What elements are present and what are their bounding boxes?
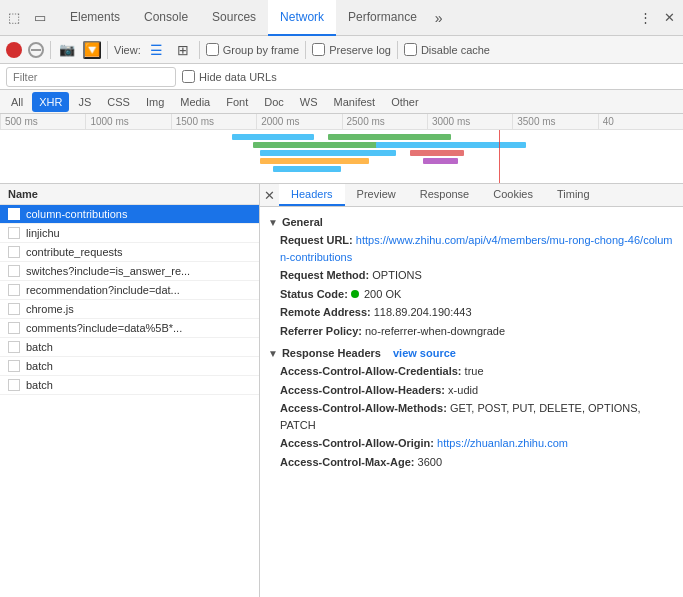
- type-js[interactable]: JS: [71, 92, 98, 112]
- main-content: Name column-contributions linjichu contr…: [0, 184, 683, 597]
- name-header: Name: [0, 184, 259, 205]
- type-manifest[interactable]: Manifest: [327, 92, 383, 112]
- ruler-tick-6: 3500 ms: [512, 114, 597, 129]
- device-icon[interactable]: ▭: [30, 8, 50, 28]
- remote-address-row: Remote Address: 118.89.204.190:443: [268, 303, 675, 322]
- view-label: View:: [114, 44, 141, 56]
- group-by-frame-label[interactable]: Group by frame: [206, 43, 299, 56]
- type-ws[interactable]: WS: [293, 92, 325, 112]
- separator-4: [305, 41, 306, 59]
- file-item-contribute-requests[interactable]: contribute_requests: [0, 243, 259, 262]
- timeline-area: 500 ms 1000 ms 1500 ms 2000 ms 2500 ms 3…: [0, 114, 683, 184]
- toolbar-icons: ⬚ ▭: [4, 8, 50, 28]
- type-img[interactable]: Img: [139, 92, 171, 112]
- left-panel: Name column-contributions linjichu contr…: [0, 184, 260, 597]
- right-tab-timing[interactable]: Timing: [545, 184, 602, 206]
- ruler-tick-4: 2500 ms: [342, 114, 427, 129]
- preserve-log-checkbox[interactable]: [312, 43, 325, 56]
- filter-bar: Hide data URLs: [0, 64, 683, 90]
- close-devtools-icon[interactable]: ✕: [659, 8, 679, 28]
- file-item-batch-2[interactable]: batch: [0, 357, 259, 376]
- general-section-header[interactable]: ▼ General: [268, 213, 675, 231]
- file-checkbox-1: [8, 227, 20, 239]
- ruler-tick-1: 1000 ms: [85, 114, 170, 129]
- type-media[interactable]: Media: [173, 92, 217, 112]
- status-dot: [351, 290, 359, 298]
- file-checkbox-7: [8, 341, 20, 353]
- bar-row-1: [232, 134, 314, 140]
- file-item-batch-1[interactable]: batch: [0, 338, 259, 357]
- more-tabs-icon[interactable]: »: [429, 10, 449, 26]
- file-item-switches[interactable]: switches?include=is_answer_re...: [0, 262, 259, 281]
- right-panel: ✕ Headers Preview Response Cookies Timin…: [260, 184, 683, 597]
- file-item-column-contributions[interactable]: column-contributions: [0, 205, 259, 224]
- timeline-marker: [499, 130, 500, 184]
- response-header-row-3: Access-Control-Allow-Origin: https://zhu…: [268, 434, 675, 453]
- ruler-tick-2: 1500 ms: [171, 114, 256, 129]
- ruler-tick-0: 500 ms: [0, 114, 85, 129]
- tab-performance[interactable]: Performance: [336, 0, 429, 36]
- bar-row-7: [376, 142, 526, 148]
- bar-row-3: [260, 150, 397, 156]
- file-checkbox-0: [8, 208, 20, 220]
- type-doc[interactable]: Doc: [257, 92, 291, 112]
- file-item-comments[interactable]: comments?include=data%5B*...: [0, 319, 259, 338]
- timeline-bars: [0, 130, 683, 184]
- bar-row-4: [260, 158, 369, 164]
- type-xhr[interactable]: XHR: [32, 92, 69, 112]
- file-checkbox-8: [8, 360, 20, 372]
- bar-row-9: [423, 158, 457, 164]
- request-url-row: Request URL: https://www.zhihu.com/api/v…: [268, 231, 675, 266]
- view-list-icon[interactable]: ☰: [147, 40, 167, 60]
- response-headers-section-header[interactable]: ▼ Response Headers view source: [268, 344, 675, 362]
- bar-row-6: [328, 134, 451, 140]
- close-panel-icon[interactable]: ✕: [260, 184, 279, 206]
- right-tab-response[interactable]: Response: [408, 184, 482, 206]
- network-toolbar: 📷 🔽 View: ☰ ⊞ Group by frame Preserve lo…: [0, 36, 683, 64]
- ruler-tick-5: 3000 ms: [427, 114, 512, 129]
- tab-bar: ⬚ ▭ Elements Console Sources Network Per…: [0, 0, 683, 36]
- type-filter-bar: All XHR JS CSS Img Media Font Doc WS Man…: [0, 90, 683, 114]
- tab-bar-right: ⋮ ✕: [635, 8, 679, 28]
- tab-network[interactable]: Network: [268, 0, 336, 36]
- file-item-linjichu[interactable]: linjichu: [0, 224, 259, 243]
- separator-1: [50, 41, 51, 59]
- separator-3: [199, 41, 200, 59]
- view-grid-icon[interactable]: ⊞: [173, 40, 193, 60]
- file-checkbox-6: [8, 322, 20, 334]
- view-source-link[interactable]: view source: [393, 347, 456, 359]
- preserve-log-label[interactable]: Preserve log: [312, 43, 391, 56]
- right-tab-cookies[interactable]: Cookies: [481, 184, 545, 206]
- right-tab-headers[interactable]: Headers: [279, 184, 345, 206]
- tab-elements[interactable]: Elements: [58, 0, 132, 36]
- response-header-row-0: Access-Control-Allow-Credentials: true: [268, 362, 675, 381]
- file-item-chrome-js[interactable]: chrome.js: [0, 300, 259, 319]
- file-checkbox-2: [8, 246, 20, 258]
- ruler-tick-3: 2000 ms: [256, 114, 341, 129]
- disable-cache-checkbox[interactable]: [404, 43, 417, 56]
- type-font[interactable]: Font: [219, 92, 255, 112]
- hide-data-urls-label[interactable]: Hide data URLs: [182, 70, 277, 83]
- right-tab-preview[interactable]: Preview: [345, 184, 408, 206]
- group-by-frame-checkbox[interactable]: [206, 43, 219, 56]
- filter-icon[interactable]: 🔽: [83, 41, 101, 59]
- file-item-recommendation[interactable]: recommendation?include=dat...: [0, 281, 259, 300]
- type-all[interactable]: All: [4, 92, 30, 112]
- tab-sources[interactable]: Sources: [200, 0, 268, 36]
- type-other[interactable]: Other: [384, 92, 426, 112]
- clear-button[interactable]: [28, 42, 44, 58]
- camera-icon[interactable]: 📷: [57, 40, 77, 60]
- file-item-batch-3[interactable]: batch: [0, 376, 259, 395]
- separator-5: [397, 41, 398, 59]
- record-button[interactable]: [6, 42, 22, 58]
- response-header-row-4: Access-Control-Max-Age: 3600: [268, 453, 675, 472]
- bar-row-5: [273, 166, 341, 172]
- inspect-icon[interactable]: ⬚: [4, 8, 24, 28]
- kebab-menu-icon[interactable]: ⋮: [635, 8, 655, 28]
- tab-console[interactable]: Console: [132, 0, 200, 36]
- hide-data-urls-checkbox[interactable]: [182, 70, 195, 83]
- type-css[interactable]: CSS: [100, 92, 137, 112]
- filter-input[interactable]: [6, 67, 176, 87]
- referrer-policy-row: Referrer Policy: no-referrer-when-downgr…: [268, 322, 675, 341]
- disable-cache-label[interactable]: Disable cache: [404, 43, 490, 56]
